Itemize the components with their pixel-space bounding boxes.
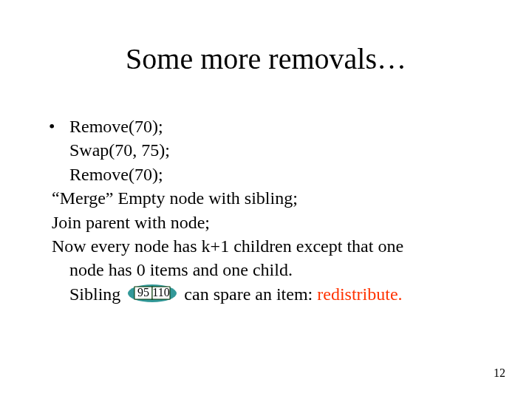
node-value-b: 110 xyxy=(153,286,170,299)
slide-body: • Remove(70); Swap(70, 75); Remove(70); … xyxy=(47,115,491,308)
text-merge: “Merge” Empty node with sibling; xyxy=(47,186,491,210)
text-now-every-b: node has 0 items and one child. xyxy=(47,258,491,282)
text-sibling-prefix: Sibling xyxy=(69,284,120,304)
text-remove-70-a: Remove(70); xyxy=(69,115,163,138)
slide-title: Some more removals… xyxy=(0,41,532,76)
page-number: 12 xyxy=(494,366,505,380)
text-redistribute: redistribute. xyxy=(317,284,402,304)
btree-node-icon: 95 110 xyxy=(128,284,177,308)
text-sibling-mid: can spare an item: xyxy=(184,284,317,304)
bullet-dot-icon: • xyxy=(47,115,69,138)
text-swap: Swap(70, 75); xyxy=(47,138,491,162)
text-remove-70-b: Remove(70); xyxy=(47,163,491,186)
node-value-a: 95 xyxy=(137,286,149,299)
slide: Some more removals… • Remove(70); Swap(7… xyxy=(0,0,532,399)
text-now-every-a: Now every node has k+1 children except t… xyxy=(47,234,491,258)
bullet-line-1: • Remove(70); xyxy=(47,115,491,138)
text-sibling-line: Sibling 95 110 can spare an item: redist… xyxy=(47,282,491,308)
text-join-parent: Join parent with node; xyxy=(47,211,491,234)
